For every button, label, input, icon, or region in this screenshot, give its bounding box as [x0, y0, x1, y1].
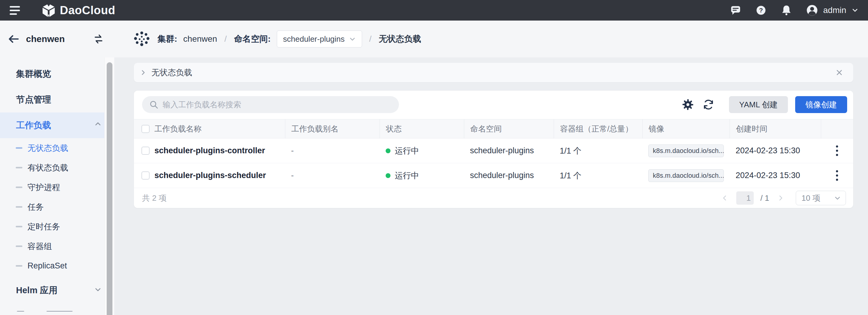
namespace-cell: scheduler-plugins — [464, 171, 554, 180]
select-chevron-down-icon — [348, 35, 356, 43]
workload-name-link[interactable]: scheduler-plugins-controller — [153, 146, 285, 155]
topbar: DaoCloud ? admin — [0, 0, 868, 21]
search-input[interactable] — [163, 100, 392, 109]
sidebar-item-statefulsets[interactable]: 有状态负载 — [0, 158, 114, 178]
table-row: scheduler-plugins-scheduler - 运行中 schedu… — [134, 163, 853, 188]
col-image: 镜像 — [642, 119, 730, 138]
search-icon — [149, 100, 158, 109]
dash-icon — [16, 206, 22, 208]
sidebar-item-jobs[interactable]: 任务 — [0, 197, 114, 217]
created-cell: 2024-02-23 15:30 — [730, 146, 821, 155]
table-row: scheduler-plugins-controller - 运行中 sched… — [134, 138, 853, 163]
dash-icon — [16, 187, 22, 188]
col-workload-alias: 工作负载别名 — [285, 119, 380, 138]
current-page-crumb: 无状态负载 — [379, 33, 421, 45]
switch-cluster-icon[interactable] — [93, 34, 104, 44]
dash-icon — [16, 226, 22, 227]
page-banner: 无状态负载 — [134, 63, 853, 82]
column-settings-gear-icon[interactable] — [681, 98, 694, 111]
breadcrumb: 集群: chenwen / 命名空间: scheduler-plugins / … — [134, 31, 421, 48]
sidebar-cluster-name: chenwen — [26, 34, 65, 44]
sidebar-item-pods[interactable]: 容器组 — [0, 237, 114, 256]
row-actions-kebab-icon[interactable] — [834, 168, 840, 183]
row-actions-kebab-icon[interactable] — [834, 144, 840, 158]
select-chevron-down-icon — [834, 194, 841, 202]
brand-name: DaoCloud — [60, 4, 115, 17]
namespace-select[interactable]: scheduler-plugins — [277, 31, 362, 48]
notifications-bell-icon[interactable] — [780, 4, 793, 16]
status-label: 运行中 — [395, 170, 419, 181]
image-tag: k8s.m.daocloud.io/sch... — [648, 169, 724, 182]
pods-cell: 1/1 个 — [554, 146, 642, 156]
cluster-dots-icon — [134, 31, 150, 47]
col-actions — [821, 119, 853, 138]
sidebar-menu: 集群概览 节点管理 工作负载 无状态负载 有状态负载 守护进程 任务 定时任务 … — [0, 57, 114, 311]
banner-title: 无状态负载 — [151, 67, 192, 78]
username-label: admin — [823, 5, 846, 15]
sidebar-scrollbar-thumb[interactable] — [107, 62, 113, 315]
current-page-input[interactable]: 1 — [736, 191, 754, 204]
sidebar: chenwen 集群概览 节点管理 工作负载 无状态负载 有状态负载 守护进程 … — [0, 21, 114, 315]
feedback-chat-icon[interactable] — [730, 4, 742, 16]
image-create-button[interactable]: 镜像创建 — [795, 96, 847, 113]
sidebar-item-node-management[interactable]: 节点管理 — [0, 87, 114, 113]
user-chevron-down-icon — [851, 6, 859, 14]
user-menu[interactable]: admin — [806, 4, 859, 17]
banner-close-icon[interactable] — [835, 68, 843, 77]
sidebar-item-daemonsets[interactable]: 守护进程 — [0, 178, 114, 197]
prev-page-icon[interactable] — [720, 193, 730, 202]
dash-icon — [16, 246, 22, 247]
namespace-cell: scheduler-plugins — [464, 146, 554, 155]
avatar — [806, 4, 818, 17]
page-size-select[interactable]: 10 项 — [796, 191, 846, 205]
brand-logo[interactable]: DaoCloud — [42, 2, 115, 18]
next-page-icon[interactable] — [776, 193, 785, 202]
banner-expand-chevron-icon[interactable] — [139, 69, 147, 76]
partially-visible-menu-item[interactable] — [0, 303, 114, 311]
sidebar-item-cluster-overview[interactable]: 集群概览 — [0, 61, 114, 87]
select-all-checkbox[interactable] — [142, 125, 150, 133]
svg-text:?: ? — [759, 7, 763, 13]
status-running-dot — [385, 173, 391, 178]
search-box — [142, 96, 399, 113]
sidebar-item-workloads[interactable]: 工作负载 — [0, 113, 114, 138]
workload-name-link[interactable]: scheduler-plugins-scheduler — [153, 171, 285, 180]
dash-icon — [16, 265, 22, 266]
col-workload-name: 工作负载名称 — [153, 119, 285, 138]
row-checkbox[interactable] — [142, 171, 150, 180]
workloads-card: YAML 创建 镜像创建 工作负载名称 工作负载别名 状态 命名空间 容器组（正… — [134, 91, 853, 208]
sidebar-item-cronjobs[interactable]: 定时任务 — [0, 217, 114, 237]
dash-icon — [16, 147, 22, 149]
sidebar-scrollbar-track — [104, 57, 114, 315]
back-button[interactable] — [8, 34, 19, 44]
cluster-label: 集群: — [157, 33, 177, 45]
col-created: 创建时间 — [730, 119, 821, 138]
table-footer: 共 2 项 1 / 1 10 项 — [134, 188, 853, 208]
cluster-breadcrumb-bar: 集群: chenwen / 命名空间: scheduler-plugins / … — [114, 21, 868, 57]
chevron-up-icon — [94, 120, 102, 131]
image-tag: k8s.m.daocloud.io/sch... — [648, 145, 724, 157]
yaml-create-button[interactable]: YAML 创建 — [729, 96, 788, 113]
hamburger-menu-icon[interactable] — [10, 4, 22, 16]
dash-icon — [16, 167, 22, 168]
namespace-label: 命名空间: — [234, 33, 271, 45]
total-count-label: 共 2 项 — [142, 193, 166, 203]
status-label: 运行中 — [395, 146, 419, 156]
help-icon[interactable]: ? — [755, 4, 767, 16]
total-pages-label: / 1 — [761, 193, 769, 203]
sidebar-item-helm-apps[interactable]: Helm 应用 — [0, 278, 114, 303]
pods-cell: 1/1 个 — [554, 170, 642, 181]
col-namespace: 命名空间 — [464, 119, 554, 138]
created-cell: 2024-02-23 15:30 — [730, 171, 821, 180]
row-checkbox[interactable] — [142, 147, 150, 155]
status-running-dot — [385, 149, 391, 153]
col-status: 状态 — [380, 119, 464, 138]
daocloud-cube-icon — [42, 2, 56, 18]
col-pods: 容器组（正常/总量） — [554, 119, 642, 138]
sidebar-item-replicaset[interactable]: ReplicaSet — [0, 256, 114, 276]
cluster-value[interactable]: chenwen — [183, 34, 217, 44]
refresh-icon[interactable] — [702, 98, 715, 111]
table-header: 工作负载名称 工作负载别名 状态 命名空间 容器组（正常/总量） 镜像 创建时间 — [134, 119, 853, 138]
sidebar-item-deployments[interactable]: 无状态负载 — [0, 138, 114, 158]
chevron-down-icon — [94, 285, 102, 296]
